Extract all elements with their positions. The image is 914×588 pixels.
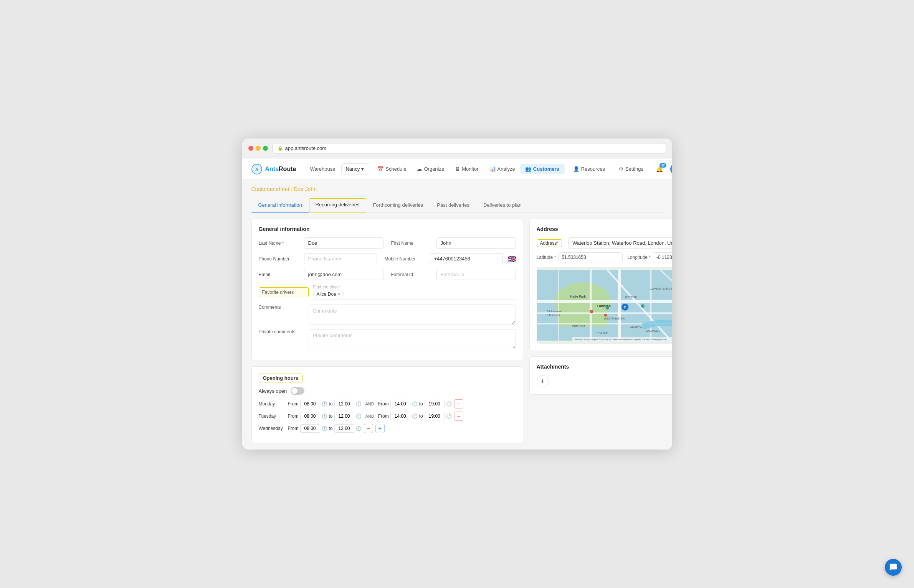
wednesday-time-group-1: From 🕐 to 🕐 <box>288 424 362 433</box>
clock-icon[interactable]: 🕐 <box>322 426 327 431</box>
address-card: Address Address * Latitude * <box>529 219 672 351</box>
private-comments-row: Private comments <box>259 329 516 349</box>
driver-tag[interactable]: Alice Doe × <box>313 290 344 298</box>
tuesday-to1[interactable] <box>334 412 354 420</box>
traffic-light-green[interactable] <box>263 146 268 151</box>
address-label-badge: Address * <box>537 239 562 247</box>
phone-label: Phone Number <box>259 256 301 262</box>
clock-icon[interactable]: 🕐 <box>322 401 327 407</box>
name-row: Last Name * First Name <box>259 237 516 249</box>
wednesday-from1[interactable] <box>300 424 320 433</box>
wednesday-remove-button[interactable]: − <box>364 424 373 433</box>
opening-hours-title: Opening hours <box>259 374 302 382</box>
address-title: Address <box>537 226 672 232</box>
monday-time-group-1: From 🕐 to 🕐 <box>288 400 362 408</box>
attachments-title: Attachments <box>537 364 672 370</box>
nav-customers[interactable]: 👥 Customers <box>520 164 565 174</box>
address-input[interactable] <box>568 237 672 249</box>
uk-flag-icon: 🇬🇧 <box>507 255 516 263</box>
nav-resources[interactable]: 👤 Resources <box>568 164 610 174</box>
tab-general[interactable]: General information <box>251 198 309 212</box>
first-name-label: First Name <box>391 240 433 246</box>
private-comments-input[interactable] <box>309 329 516 349</box>
nav-analyze[interactable]: 📊 Analyze <box>485 164 520 174</box>
always-open-toggle[interactable] <box>291 387 304 395</box>
email-field: Email <box>259 269 383 280</box>
longitude-label: Longitude * <box>627 255 651 260</box>
private-comments-label: Private comments <box>259 329 301 349</box>
first-name-input[interactable] <box>436 237 516 249</box>
map: Hyde Park Victoria and rt Museum Londres… <box>537 267 672 344</box>
tuesday-from2[interactable] <box>390 412 410 420</box>
svg-text:LAMBETH: LAMBETH <box>628 326 642 329</box>
right-panel: Address Address * Latitude * <box>529 219 672 443</box>
tuesday-remove-button[interactable]: − <box>454 412 463 421</box>
clock-icon[interactable]: 🕐 <box>412 413 418 419</box>
chevron-down-icon: ▾ <box>361 166 364 172</box>
url-bar[interactable]: 🔒 app.antsroute.com <box>273 143 666 153</box>
svg-text:Données cartographiques ©2022 : Données cartographiques ©2022 500 m Cond… <box>574 338 666 341</box>
clock-icon[interactable]: 🕐 <box>412 401 418 407</box>
tab-past[interactable]: Past deliveries <box>430 198 476 212</box>
traffic-light-red[interactable] <box>248 146 253 151</box>
email-input[interactable] <box>304 269 383 280</box>
svg-point-39 <box>604 314 607 316</box>
first-name-field: First Name <box>391 237 516 249</box>
url-text: app.antsroute.com <box>285 145 327 151</box>
clock-icon[interactable]: 🕐 <box>446 413 452 419</box>
nav-organize[interactable]: ☁ Organize <box>412 164 449 174</box>
tab-forthcoming[interactable]: Forthcoming deliveries <box>366 198 430 212</box>
external-id-input[interactable] <box>436 269 516 280</box>
mobile-input[interactable] <box>430 253 503 264</box>
nav-right: 👥 Customers 👤 Resources ⚙ Settings 🔔 47 … <box>520 163 672 175</box>
nav-schedule[interactable]: 📅 Schedule <box>373 164 411 174</box>
wednesday-to1[interactable] <box>334 424 354 433</box>
external-id-field: External Id <box>391 269 516 280</box>
opening-hours-card: Opening hours Always open Monday <box>251 366 523 443</box>
find-driver-label: Find the driver <box>313 285 516 289</box>
mobile-field: Mobile Number 🇬🇧 <box>385 253 516 264</box>
settings-icon: ⚙ <box>619 166 623 172</box>
svg-text:WESTMINSTER: WESTMINSTER <box>603 317 624 320</box>
driver-input-area: Find the driver Alice Doe × <box>313 285 516 300</box>
tab-to-plan[interactable]: Deliveries to plan <box>476 198 529 212</box>
email-row: Email External Id <box>259 269 516 280</box>
notification-button[interactable]: 🔔 47 <box>652 163 667 175</box>
last-name-label: Last Name * <box>259 240 301 246</box>
latitude-input[interactable] <box>558 252 623 262</box>
general-info-title: General information <box>259 226 516 232</box>
monday-remove-button[interactable]: − <box>454 399 463 408</box>
monday-from1[interactable] <box>300 400 320 408</box>
wednesday-add-button[interactable]: + <box>375 424 385 433</box>
clock-icon[interactable]: 🕐 <box>356 426 362 431</box>
tab-recurring[interactable]: Recurring deliveries <box>309 198 366 212</box>
monday-to1[interactable] <box>334 400 354 408</box>
comments-input[interactable] <box>309 305 516 324</box>
traffic-light-yellow[interactable] <box>256 146 261 151</box>
monday-label: Monday <box>259 401 286 407</box>
svg-point-38 <box>590 310 593 313</box>
address-input-row: Address * <box>537 237 672 249</box>
monday-to2[interactable] <box>425 400 445 408</box>
monday-from2[interactable] <box>390 400 410 408</box>
tuesday-time-group-1: From 🕐 to 🕐 <box>288 412 362 420</box>
clock-icon[interactable]: 🕐 <box>446 401 452 407</box>
nav-location-dropdown[interactable]: Nancy ▾ <box>341 163 368 175</box>
tuesday-to2[interactable] <box>425 412 445 420</box>
tag-remove-icon[interactable]: × <box>338 291 341 297</box>
nav-warehouse[interactable]: Warehouse <box>305 164 340 174</box>
avatar[interactable]: MH <box>670 163 672 175</box>
longitude-input[interactable] <box>653 252 672 262</box>
add-attachment-button[interactable]: + <box>537 375 549 387</box>
chat-fab-button[interactable] <box>885 559 902 576</box>
phone-input[interactable] <box>304 253 377 264</box>
tuesday-time-group-2: From 🕐 to 🕐 <box>378 412 452 420</box>
tabs: General information Recurring deliveries… <box>251 198 663 212</box>
clock-icon[interactable]: 🕐 <box>356 401 362 407</box>
tuesday-from1[interactable] <box>300 412 320 420</box>
nav-settings[interactable]: ⚙ Settings <box>613 164 649 174</box>
clock-icon[interactable]: 🕐 <box>356 413 362 419</box>
nav-monitor[interactable]: 🖥 Monitor <box>450 164 483 174</box>
clock-icon[interactable]: 🕐 <box>322 413 327 419</box>
last-name-input[interactable] <box>304 237 383 249</box>
